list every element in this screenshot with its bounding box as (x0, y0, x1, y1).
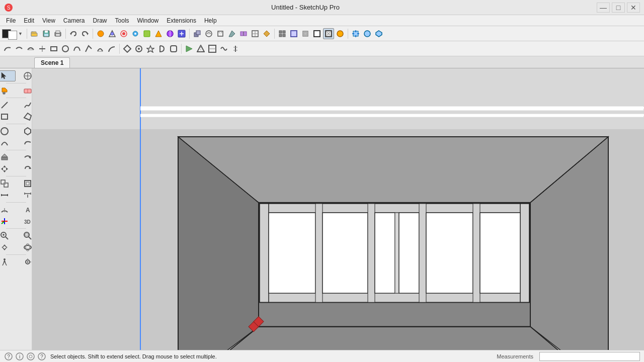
tapemeasure-tool-btn[interactable] (0, 190, 16, 201)
menu-item-help[interactable]: Help (200, 16, 221, 25)
polygon-tool-btn[interactable] (17, 126, 33, 137)
tool4-btn[interactable] (130, 28, 141, 39)
tool1-btn[interactable] (95, 28, 106, 39)
comp3-btn[interactable] (373, 28, 384, 39)
background-color-swatch[interactable] (8, 31, 17, 40)
arc1-btn[interactable] (2, 43, 13, 54)
text-tool-btn[interactable]: A (17, 204, 33, 215)
open-button[interactable] (29, 28, 40, 39)
tool3-btn[interactable] (118, 28, 129, 39)
arc2-btn[interactable] (14, 43, 25, 54)
status-icon-question2[interactable]: ? (37, 352, 46, 361)
view7-btn[interactable] (261, 28, 272, 39)
pushpull-tool-btn[interactable] (0, 152, 16, 163)
style3-btn[interactable] (300, 28, 311, 39)
tool7-btn[interactable] (165, 28, 176, 39)
orbit-tool-btn[interactable] (17, 242, 33, 253)
menu-item-view[interactable]: View (38, 16, 59, 25)
shape3-btn[interactable] (145, 43, 156, 54)
arc7-btn[interactable] (106, 43, 117, 54)
shape2-btn[interactable] (133, 43, 144, 54)
menu-item-tools[interactable]: Tools (111, 16, 133, 25)
shape1-btn[interactable] (122, 43, 133, 54)
minimize-button[interactable]: — (597, 3, 610, 13)
redo-button[interactable] (79, 28, 91, 39)
walk-tool-btn[interactable] (0, 256, 16, 267)
rectangle-tool-btn[interactable] (0, 111, 16, 122)
sand2-btn[interactable] (195, 43, 206, 54)
scene-tab-1[interactable]: Scene 1 (34, 57, 70, 68)
rotated-rect-tool-btn[interactable] (17, 111, 33, 122)
save-button[interactable] (41, 28, 52, 39)
menu-item-draw[interactable]: Draw (89, 16, 111, 25)
arc-tool-btn[interactable] (0, 137, 16, 148)
arc2-tool-btn[interactable] (17, 137, 33, 148)
comp1-btn[interactable] (350, 28, 361, 39)
menu-item-camera[interactable]: Camera (59, 16, 89, 25)
arc6-btn[interactable] (95, 43, 106, 54)
menu-item-window[interactable]: Window (133, 16, 163, 25)
circle-tool-btn[interactable] (0, 126, 16, 137)
tool5-btn[interactable] (141, 28, 152, 39)
protractor-tool-btn[interactable] (0, 204, 16, 215)
view6-btn[interactable] (250, 28, 261, 39)
3dtext-tool-btn[interactable]: 3D (17, 216, 33, 227)
comp2-btn[interactable] (362, 28, 373, 39)
select-tool-btn[interactable] (0, 70, 16, 81)
axes-tool-btn[interactable] (0, 216, 16, 227)
offset-tool-btn[interactable] (17, 178, 33, 189)
shape4-btn[interactable] (156, 43, 168, 54)
undo-button[interactable] (68, 28, 79, 39)
pan-tool-btn[interactable] (0, 242, 16, 253)
style2-btn[interactable] (288, 28, 299, 39)
status-icon-info[interactable]: i (15, 352, 24, 361)
status-icon-circle[interactable] (26, 352, 35, 361)
rotate-tool-btn[interactable] (17, 163, 33, 174)
eraser-tool-btn[interactable] (17, 85, 33, 96)
status-icon-help[interactable]: ? (4, 352, 13, 361)
zoom-tool-btn[interactable] (0, 230, 16, 241)
style5-btn[interactable] (323, 28, 334, 39)
menu-item-file[interactable]: File (2, 16, 20, 25)
menu-item-extensions[interactable]: Extensions (163, 16, 200, 25)
freehand-tool-btn[interactable] (17, 100, 33, 111)
zoom-window-tool-btn[interactable] (17, 230, 33, 241)
sand3-btn[interactable] (207, 43, 218, 54)
sand-btn[interactable] (184, 43, 195, 54)
view5-btn[interactable] (238, 28, 249, 39)
arc5-btn[interactable] (83, 43, 94, 54)
select2-tool-btn[interactable] (17, 70, 33, 81)
followme-tool-btn[interactable] (17, 152, 33, 163)
lookaround-tool-btn[interactable] (17, 256, 33, 267)
menu-item-edit[interactable]: Edit (20, 16, 38, 25)
measurements-input[interactable] (539, 352, 640, 361)
shape5-btn[interactable] (168, 43, 179, 54)
rect-btn[interactable] (48, 43, 59, 54)
paint-tool-btn[interactable] (0, 85, 16, 96)
style4-btn[interactable] (311, 28, 323, 39)
tool6-btn[interactable] (153, 28, 164, 39)
close-button[interactable]: ✕ (627, 3, 640, 13)
view4-btn[interactable] (226, 28, 237, 39)
view3-btn[interactable] (215, 28, 226, 39)
arc4-btn[interactable] (37, 43, 48, 54)
view2-btn[interactable] (203, 28, 214, 39)
style1-btn[interactable] (277, 28, 288, 39)
viewport[interactable] (32, 68, 644, 350)
move-tool-btn[interactable] (0, 163, 16, 174)
sand5-btn[interactable] (230, 43, 241, 54)
print-button[interactable] (52, 28, 63, 39)
scale-tool-btn[interactable] (0, 178, 16, 189)
color-arrow[interactable]: ▼ (18, 31, 23, 36)
maximize-button[interactable]: □ (612, 3, 625, 13)
arc3-btn[interactable] (25, 43, 36, 54)
tool8-btn[interactable] (176, 28, 187, 39)
tool2-btn[interactable] (107, 28, 118, 39)
style6-btn[interactable] (335, 28, 346, 39)
bezier-btn[interactable] (71, 43, 83, 54)
circle-btn[interactable] (60, 43, 71, 54)
dimension-tool-btn[interactable] (17, 190, 33, 201)
sand4-btn[interactable] (218, 43, 229, 54)
view1-btn[interactable] (192, 28, 203, 39)
line-tool-btn[interactable] (0, 100, 16, 111)
